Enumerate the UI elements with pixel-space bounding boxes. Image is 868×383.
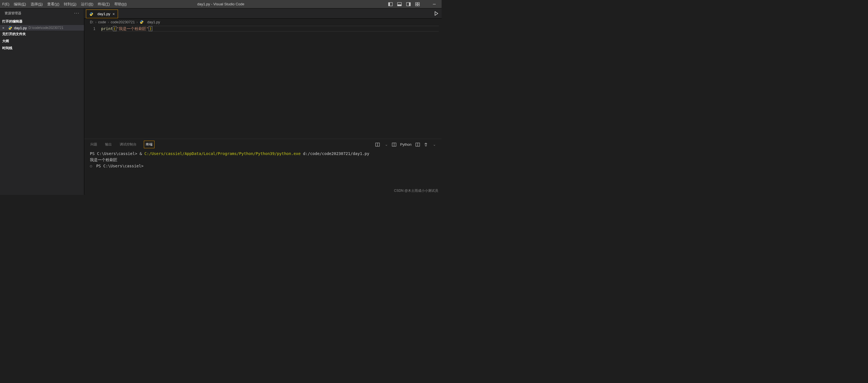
section-timeline-label: 时间线: [2, 46, 12, 51]
menu-select[interactable]: 选择(S): [28, 0, 45, 8]
terminal-line-1: PS C:\Users\cassiel> & C:/Users/cassiel/…: [90, 151, 436, 157]
titlebar: F(E) 编辑(E) 选择(S) 查看(V) 转到(G) 运行(R) 终端(T)…: [0, 0, 442, 8]
panel-tab-terminal[interactable]: 终端: [144, 141, 155, 148]
menu-edit[interactable]: 编辑(E): [11, 0, 28, 8]
close-icon[interactable]: ×: [2, 26, 7, 30]
sidebar-header: 资源管理器 ···: [0, 8, 84, 18]
chevron-right-icon: ›: [108, 20, 109, 24]
svg-rect-9: [418, 4, 420, 6]
token-paren-open: (: [113, 26, 116, 31]
chevron-right-icon: ›: [136, 20, 137, 24]
watermark: CSDN @木土雨成小小测试员: [394, 188, 438, 193]
breadcrumb-file[interactable]: day1.py: [147, 20, 160, 24]
bottom-panel: 问题 输出 调试控制台 终端 ⌄ Python: [84, 139, 442, 195]
panel-tab-debug[interactable]: 调试控制台: [119, 141, 137, 148]
terminal-status-icon: [90, 165, 92, 167]
breadcrumb-folder[interactable]: code20230721: [111, 20, 135, 24]
terminal-prompt: PS C:\Users\cassiel>: [90, 151, 137, 156]
chevron-down-icon[interactable]: ⌄: [385, 142, 388, 147]
terminal-profile-icon[interactable]: [392, 142, 396, 147]
layout-secondary-icon[interactable]: [406, 2, 411, 6]
panel-actions: ⌄ Python ⌄: [375, 142, 436, 147]
chevron-right-icon: ›: [95, 20, 96, 24]
python-file-icon: [8, 26, 12, 30]
terminal-content[interactable]: PS C:\Users\cassiel> & C:/Users/cassiel/…: [84, 148, 442, 195]
python-file-icon: [89, 12, 94, 16]
section-no-folder-label: 无打开的文件夹: [2, 32, 26, 36]
svg-rect-5: [409, 3, 410, 6]
svg-rect-6: [415, 3, 417, 4]
editor-actions: [434, 8, 442, 18]
section-open-editors[interactable]: 打开的编辑器: [0, 18, 84, 25]
terminal-line-3: PS C:\Users\cassiel>: [90, 163, 436, 169]
menu-view[interactable]: 查看(V): [45, 0, 62, 8]
run-icon[interactable]: [434, 11, 439, 16]
code-editor[interactable]: 1 print("我是一个粉刷匠"): [84, 25, 442, 139]
customize-layout-icon[interactable]: [415, 2, 420, 6]
token-function: print: [101, 26, 113, 31]
sidebar-title: 资源管理器: [4, 11, 21, 16]
tab-label: day1.py: [97, 12, 111, 16]
sidebar: 资源管理器 ··· 打开的编辑器 × day1.py D:\code\code2…: [0, 8, 84, 195]
terminal-command: C:/Users/cassiel/AppData/Local/Programs/…: [144, 151, 301, 156]
close-icon[interactable]: ×: [113, 12, 115, 16]
terminal-prompt: PS C:\Users\cassiel>: [96, 164, 144, 168]
main-area: 资源管理器 ··· 打开的编辑器 × day1.py D:\code\code2…: [0, 8, 442, 195]
gutter: 1: [84, 26, 101, 139]
section-outline[interactable]: 大纲: [0, 38, 84, 45]
breadcrumb-code[interactable]: code: [98, 20, 106, 24]
svg-point-11: [9, 26, 10, 27]
open-editor-filename: day1.py: [14, 26, 27, 30]
svg-rect-7: [418, 3, 420, 4]
code-content[interactable]: print("我是一个粉刷匠"): [101, 26, 442, 139]
menu-goto[interactable]: 转到(G): [62, 0, 79, 8]
svg-point-14: [92, 15, 92, 15]
split-editor-icon[interactable]: [415, 142, 420, 147]
terminal-shell-label[interactable]: Python: [400, 142, 411, 147]
more-actions-icon[interactable]: ···: [74, 11, 80, 16]
terminal-amp: &: [140, 151, 142, 156]
svg-point-12: [10, 29, 11, 29]
terminal-arg: d:/code/code20230721/day1.py: [303, 151, 369, 156]
layout-panel-icon[interactable]: [397, 2, 402, 6]
panel-tab-problems[interactable]: 问题: [90, 141, 98, 148]
svg-point-13: [91, 12, 91, 13]
open-editor-filepath: D:\code\code20230721: [29, 26, 63, 30]
titlebar-right: [388, 2, 442, 6]
chevron-down-icon[interactable]: ⌄: [433, 142, 436, 147]
section-outline-label: 大纲: [2, 39, 9, 43]
menu-help[interactable]: 帮助(H): [112, 0, 129, 8]
breadcrumb[interactable]: D: › code › code20230721 › day1.py: [84, 19, 442, 25]
panel-tab-output[interactable]: 输出: [104, 141, 112, 148]
svg-rect-1: [389, 3, 390, 6]
code-line-1[interactable]: print("我是一个粉刷匠"): [101, 26, 442, 31]
trash-icon[interactable]: [424, 142, 428, 147]
line-number: 1: [84, 26, 95, 31]
minimize-icon[interactable]: [433, 3, 436, 6]
section-timeline[interactable]: 时间线: [0, 45, 84, 52]
section-open-editors-label: 打开的编辑器: [2, 19, 23, 24]
editor-area: day1.py × D: › code › code20230721 › day…: [84, 8, 442, 195]
menu-file[interactable]: F(E): [0, 0, 11, 8]
menu-bar: F(E) 编辑(E) 选择(S) 查看(V) 转到(G) 运行(R) 终端(T)…: [0, 0, 129, 8]
terminal-output: 我是一个粉刷匠: [90, 157, 436, 163]
svg-point-16: [142, 23, 142, 23]
svg-rect-8: [415, 4, 417, 6]
svg-point-15: [141, 21, 141, 21]
layout-primary-icon[interactable]: [388, 2, 393, 6]
menu-terminal[interactable]: 终端(T): [95, 0, 112, 8]
section-no-folder[interactable]: 无打开的文件夹: [0, 31, 84, 38]
token-string: "我是一个粉刷匠": [117, 26, 149, 31]
menu-run[interactable]: 运行(R): [79, 0, 95, 8]
editor-tabs: day1.py ×: [84, 8, 442, 19]
split-terminal-icon[interactable]: [375, 142, 380, 147]
svg-rect-3: [398, 4, 401, 6]
open-editor-item[interactable]: × day1.py D:\code\code20230721: [0, 25, 84, 31]
tab-day1[interactable]: day1.py ×: [86, 9, 118, 18]
window-title: day1.py - Visual Studio Code: [197, 2, 244, 6]
minimap[interactable]: [413, 25, 442, 139]
token-paren-close: ): [149, 26, 152, 31]
breadcrumb-drive[interactable]: D:: [90, 20, 94, 24]
python-file-icon: [139, 20, 144, 24]
panel-tabs: 问题 输出 调试控制台 终端 ⌄ Python: [84, 139, 442, 148]
